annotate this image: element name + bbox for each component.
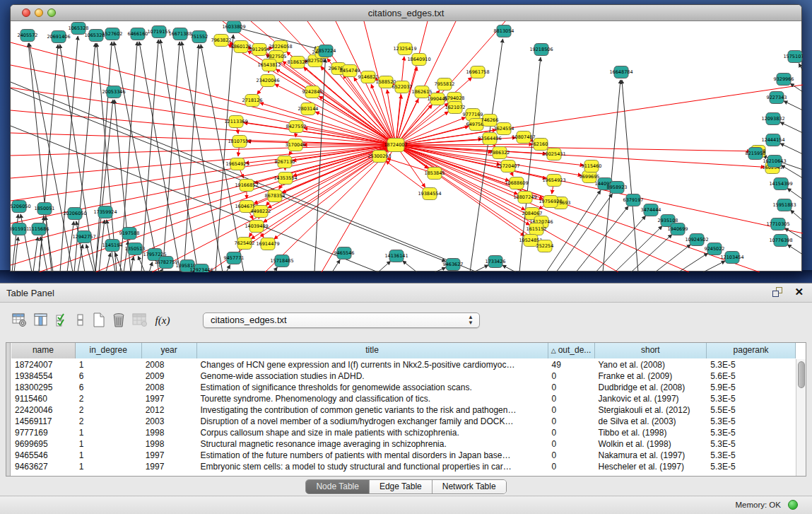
table-cell-pagerank[interactable]: 5.3E-5	[707, 393, 796, 404]
table-cell-name[interactable]: 14569117	[11, 416, 76, 427]
table-cell-name[interactable]: 18300295	[11, 382, 76, 393]
column-header-pagerank[interactable]: pagerank	[707, 343, 796, 358]
table-cell-title[interactable]: Changes of HCN gene expression and I(f) …	[197, 359, 548, 370]
table-cell-pagerank[interactable]: 5.3E-5	[707, 438, 796, 450]
table-row[interactable]: 1456911722003Disruption of a novel membe…	[11, 416, 796, 427]
table-cell-out_degree[interactable]: 0	[548, 450, 595, 461]
table-cell-year[interactable]: 1998	[142, 438, 197, 450]
table-cell-year[interactable]: 1997	[142, 393, 197, 404]
table-cell-in_degree[interactable]: 1	[76, 359, 142, 370]
table-options-icon[interactable]	[11, 312, 28, 329]
column-header-out_degree[interactable]: △out_de...	[548, 343, 595, 358]
table-cell-name[interactable]: 9699695	[11, 438, 76, 450]
table-cell-title[interactable]: Tourette syndrome. Phenomenology and cla…	[197, 393, 548, 404]
table-cell-in_degree[interactable]: 1	[76, 438, 142, 450]
table-cell-short[interactable]: Nakamura et al. (1997)	[595, 450, 707, 461]
table-row[interactable]: 1938455462009Genome-wide association stu…	[11, 370, 796, 382]
table-row[interactable]: 1830029562008Estimation of significance …	[11, 382, 796, 393]
table-cell-title[interactable]: Estimation of significance thresholds fo…	[197, 382, 548, 393]
table-cell-pagerank[interactable]: 5.3E-5	[707, 461, 796, 472]
table-cell-year[interactable]: 2009	[142, 370, 197, 382]
table-cell-year[interactable]: 1997	[142, 461, 197, 472]
table-cell-title[interactable]: Genome-wide association studies in ADHD.	[197, 370, 548, 382]
table-cell-short[interactable]: Yano et al. (2008)	[595, 359, 707, 370]
table-cell-year[interactable]: 2008	[142, 359, 197, 370]
tab-edge-table[interactable]: Edge Table	[370, 480, 433, 493]
table-cell-in_degree[interactable]: 6	[76, 382, 142, 393]
column-visibility-icon[interactable]	[33, 312, 49, 329]
table-cell-year[interactable]: 2012	[142, 404, 197, 416]
table-cell-name[interactable]: 9463627	[11, 461, 76, 472]
table-cell-name[interactable]: 19384554	[11, 370, 76, 382]
table-cell-title[interactable]: Investigating the contribution of common…	[197, 404, 548, 416]
table-row[interactable]: 2242004622012Investigating the contribut…	[11, 404, 796, 416]
table-cell-pagerank[interactable]: 5.3E-5	[707, 450, 796, 461]
table-cell-title[interactable]: Embryonic stem cells: a model to study s…	[197, 461, 548, 472]
column-header-title[interactable]: title	[197, 343, 548, 358]
delete-trash-icon[interactable]	[110, 312, 127, 329]
column-header-in_degree[interactable]: in_degree	[76, 343, 142, 358]
table-cell-short[interactable]: de Silva et al. (2003)	[595, 416, 707, 427]
table-row[interactable]: 969969511998Structural magnetic resonanc…	[11, 438, 796, 450]
table-cell-name[interactable]: 18724007	[11, 359, 76, 370]
window-titlebar[interactable]: citations_edges.txt	[11, 5, 801, 21]
table-cell-out_degree[interactable]: 0	[548, 427, 595, 438]
table-cell-in_degree[interactable]: 2	[76, 393, 142, 404]
row-options-icon[interactable]	[72, 312, 89, 329]
table-cell-title[interactable]: Structural magnetic resonance image aver…	[197, 438, 548, 450]
table-cell-pagerank[interactable]: 5.3E-5	[707, 359, 796, 370]
table-cell-out_degree[interactable]: 0	[548, 404, 595, 416]
table-cell-out_degree[interactable]: 0	[548, 416, 595, 427]
table-row[interactable]: 946554611997Estimation of the future num…	[11, 450, 796, 461]
table-cell-out_degree[interactable]: 49	[548, 359, 595, 370]
table-cell-year[interactable]: 2003	[142, 416, 197, 427]
table-cell-out_degree[interactable]: 0	[548, 461, 595, 472]
table-row[interactable]: 1872400712008Changes of HCN gene express…	[11, 359, 796, 370]
table-select-dropdown[interactable]: citations_edges.txt ▲▼	[203, 313, 480, 328]
table-cell-year[interactable]: 2008	[142, 382, 197, 393]
table-cell-in_degree[interactable]: 6	[76, 370, 142, 382]
table-cell-short[interactable]: Hescheler et al. (1997)	[595, 461, 707, 472]
table-cell-pagerank[interactable]: 5.9E-5	[707, 382, 796, 393]
table-cell-in_degree[interactable]: 1	[76, 427, 142, 438]
table-cell-name[interactable]: 9115460	[11, 393, 76, 404]
float-panel-icon[interactable]	[772, 287, 784, 298]
select-all-icon[interactable]	[54, 312, 71, 329]
table-cell-name[interactable]: 9465546	[11, 450, 76, 461]
table-cell-year[interactable]: 1998	[142, 427, 197, 438]
vertical-scrollbar[interactable]	[796, 359, 806, 476]
table-cell-name[interactable]: 9777169	[11, 427, 76, 438]
table-cell-pagerank[interactable]: 5.5E-5	[707, 404, 796, 416]
table-cell-out_degree[interactable]: 0	[548, 393, 595, 404]
table-cell-out_degree[interactable]: 0	[548, 382, 595, 393]
table-cell-pagerank[interactable]: 5.3E-5	[707, 427, 796, 438]
table-cell-short[interactable]: Dudbridge et al. (2008)	[595, 382, 707, 393]
table-cell-pagerank[interactable]: 5.6E-5	[707, 370, 796, 382]
function-builder-icon[interactable]: f(x)	[154, 312, 171, 329]
new-file-icon[interactable]	[90, 312, 107, 329]
table-cell-in_degree[interactable]: 2	[76, 404, 142, 416]
table-cell-short[interactable]: Franke et al. (2009)	[595, 370, 707, 382]
table-cell-short[interactable]: Tibbo et al. (1998)	[595, 427, 707, 438]
table-cell-name[interactable]: 22420046	[11, 404, 76, 416]
table-cell-pagerank[interactable]: 5.3E-5	[707, 416, 796, 427]
table-cell-out_degree[interactable]: 0	[548, 438, 595, 450]
network-canvas[interactable]: 1872400712113369181075521965492519166852…	[11, 21, 803, 272]
table-cell-title[interactable]: Corpus callosum shape and size in male p…	[197, 427, 548, 438]
table-row[interactable]: 911546021997Tourette syndrome. Phenomeno…	[11, 393, 796, 404]
scrollbar-thumb[interactable]	[798, 361, 805, 388]
tab-node-table[interactable]: Node Table	[306, 480, 370, 493]
column-header-short[interactable]: short	[595, 343, 707, 358]
column-header-year[interactable]: year	[142, 343, 197, 358]
table-cell-short[interactable]: Jankovic et al. (1997)	[595, 393, 707, 404]
table-cell-short[interactable]: Wolkin et al. (1998)	[595, 438, 707, 450]
table-cell-in_degree[interactable]: 1	[76, 461, 142, 472]
column-header-name[interactable]: name	[11, 343, 76, 358]
table-cell-in_degree[interactable]: 1	[76, 450, 142, 461]
table-cell-title[interactable]: Estimation of the future numbers of pati…	[197, 450, 548, 461]
table-row[interactable]: 946362711997Embryonic stem cells: a mode…	[11, 461, 796, 472]
table-cell-short[interactable]: Stergiakouli et al. (2012)	[595, 404, 707, 416]
table-cell-in_degree[interactable]: 2	[76, 416, 142, 427]
tab-network-table[interactable]: Network Table	[433, 480, 506, 493]
close-panel-icon[interactable]: ✕	[794, 286, 804, 298]
